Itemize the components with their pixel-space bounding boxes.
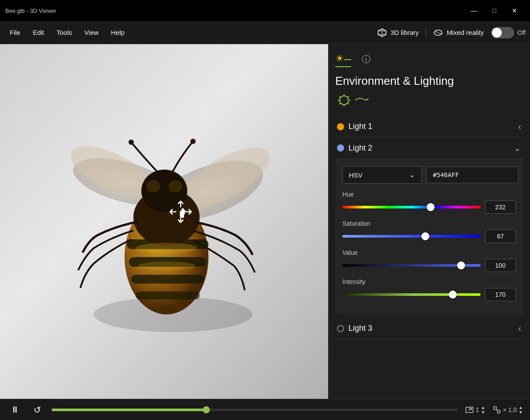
value-thumb[interactable] <box>457 261 465 269</box>
saturation-slider-container <box>342 230 516 243</box>
fps-chevrons[interactable]: ▲ ▼ <box>481 405 485 415</box>
saturation-thumb[interactable] <box>421 232 429 240</box>
deco-sun-line <box>335 93 523 107</box>
light-1-item[interactable]: Light 1 ‹ <box>335 116 523 137</box>
3d-library-button[interactable]: 3D library <box>377 28 419 38</box>
svg-point-32 <box>470 408 472 410</box>
light-1-chevron: ‹ <box>518 121 521 132</box>
tab-info[interactable]: ⓘ <box>358 51 374 67</box>
value-slider-row: Value <box>342 249 516 272</box>
light-2-dot <box>337 144 344 151</box>
saturation-label: Saturation <box>342 220 516 227</box>
play-pause-button[interactable]: ⏸ <box>7 403 23 416</box>
main-layout: ☀ ⓘ Environment & Lighting <box>0 44 530 399</box>
close-button[interactable]: ✕ <box>504 4 525 18</box>
light-1-label: Light 1 <box>337 122 372 131</box>
panel-tabs: ☀ ⓘ <box>335 51 523 67</box>
fps-counter: 1 ▲ ▼ <box>465 405 485 415</box>
dropdown-chevron: ⌄ <box>409 171 415 179</box>
maximize-button[interactable]: □ <box>484 4 504 18</box>
right-panel: ☀ ⓘ Environment & Lighting <box>328 44 530 399</box>
fps-icon <box>465 405 474 414</box>
mixed-reality-toggle[interactable]: Off <box>491 27 526 38</box>
light-3-label: Light 3 <box>337 324 372 333</box>
progress-bar[interactable] <box>52 409 458 411</box>
svg-rect-10 <box>136 291 200 299</box>
svg-rect-9 <box>131 275 204 284</box>
value-slider-container <box>342 259 516 272</box>
menu-edit[interactable]: Edit <box>27 26 49 39</box>
light-2-item[interactable]: Light 2 ⌄ <box>335 137 523 159</box>
bee-image <box>36 94 292 350</box>
svg-point-23 <box>340 96 348 105</box>
svg-line-31 <box>339 103 341 104</box>
light-2-label: Light 2 <box>337 144 372 153</box>
intensity-slider-container <box>342 288 516 301</box>
svg-line-30 <box>348 96 349 98</box>
svg-rect-33 <box>494 407 496 409</box>
hue-track-wrapper[interactable] <box>342 203 481 212</box>
menubar: File Edit Tools View Help 3D library Mix… <box>0 21 530 44</box>
bottombar: ⏸ ↺ 1 ▲ ▼ × 1.0 ▲ ▼ <box>0 399 530 420</box>
hue-slider-row: Hue <box>342 191 516 214</box>
panel-title: Environment & Lighting <box>335 74 523 88</box>
intensity-label: Intensity <box>342 278 516 285</box>
progress-fill <box>52 409 206 411</box>
refresh-button[interactable]: ↺ <box>30 403 45 417</box>
light-2-chevron: ⌄ <box>514 143 521 153</box>
window-controls: — □ ✕ <box>464 4 525 18</box>
saturation-track-wrapper[interactable] <box>342 232 481 241</box>
color-mode-dropdown[interactable]: HSV ⌄ <box>342 166 422 184</box>
toggle-knob <box>492 28 502 38</box>
svg-line-28 <box>339 96 341 98</box>
hue-thumb[interactable] <box>427 203 435 211</box>
hue-label: Hue <box>342 191 516 198</box>
value-label: Value <box>342 249 516 256</box>
menu-file[interactable]: File <box>4 26 26 39</box>
light-2-name: Light 2 <box>348 144 372 153</box>
scale-icon <box>492 405 501 414</box>
saturation-value-input[interactable] <box>485 230 516 243</box>
menu-divider <box>426 27 426 38</box>
saturation-slider-row: Saturation <box>342 220 516 243</box>
bottom-right-controls: 1 ▲ ▼ × 1.0 ▲ ▼ <box>465 405 523 415</box>
menu-items: File Edit Tools View Help <box>4 26 377 39</box>
minimize-button[interactable]: — <box>464 4 484 18</box>
progress-thumb[interactable] <box>203 406 210 413</box>
light-3-item[interactable]: Light 3 ‹ <box>335 318 523 339</box>
sun-icon: ☀ <box>335 53 344 64</box>
color-mode-row: HSV ⌄ <box>342 166 516 184</box>
value-value-input[interactable] <box>485 259 516 272</box>
intensity-track <box>342 293 481 296</box>
fps-value: 1 <box>476 406 479 413</box>
color-hex-input[interactable] <box>426 166 519 183</box>
tab-lighting[interactable]: ☀ <box>335 51 351 67</box>
library-label: 3D library <box>390 29 419 36</box>
svg-point-17 <box>136 243 197 254</box>
intensity-track-wrapper[interactable] <box>342 290 481 299</box>
toggle-switch[interactable] <box>491 27 514 38</box>
mixed-reality-label: Mixed reality <box>447 29 484 36</box>
mixed-reality-button[interactable]: Mixed reality <box>433 28 484 38</box>
menu-right-actions: 3D library Mixed reality Off <box>377 27 526 38</box>
svg-point-12 <box>141 170 187 212</box>
intensity-thumb[interactable] <box>449 291 457 299</box>
menu-tools[interactable]: Tools <box>51 26 77 39</box>
light-1-dot <box>337 123 344 130</box>
scale-value: × 1.0 <box>503 406 517 413</box>
bee-container <box>0 44 328 399</box>
scale-chevrons[interactable]: ▲ ▼ <box>519 405 523 415</box>
value-track-wrapper[interactable] <box>342 261 481 270</box>
scale-counter: × 1.0 ▲ ▼ <box>492 405 523 415</box>
intensity-value-input[interactable] <box>485 288 516 301</box>
svg-line-29 <box>348 103 349 104</box>
menu-help[interactable]: Help <box>106 26 130 39</box>
intensity-slider-row: Intensity <box>342 278 516 301</box>
info-icon: ⓘ <box>362 53 371 65</box>
viewport[interactable] <box>0 44 328 399</box>
menu-view[interactable]: View <box>79 26 104 39</box>
window-title: Bee.glb - 3D Viewer <box>5 8 56 14</box>
hue-slider-container <box>342 201 516 214</box>
titlebar: Bee.glb - 3D Viewer — □ ✕ <box>0 0 530 21</box>
hue-value-input[interactable] <box>485 201 516 214</box>
